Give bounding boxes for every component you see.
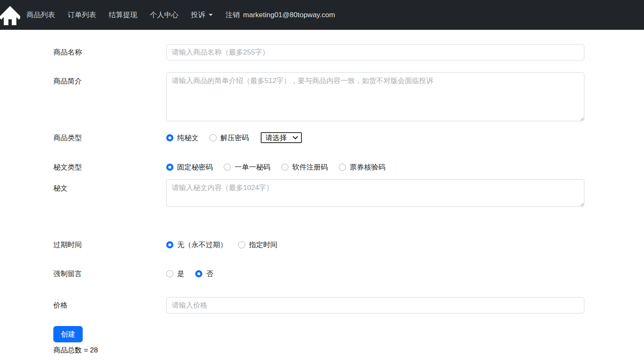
navbar: 商品列表 订单列表 结算提现 个人中心 投诉 注销 marketing01@80… <box>0 0 644 30</box>
product-name-label: 商品名称 <box>53 47 166 57</box>
product-category-select[interactable]: 请选择 <box>261 132 302 143</box>
form-footer: 创建 商品总数 = 28 <box>53 326 584 355</box>
nav-item-order-list[interactable]: 订单列表 <box>68 10 96 20</box>
radio-option-label: 无（永不过期） <box>177 240 227 250</box>
force-message-row: 强制留言 是 否 <box>53 268 584 279</box>
product-create-form: 商品名称 商品简介 商品类型 纯秘文 解压密码 请选择 <box>0 30 644 360</box>
price-input[interactable] <box>166 297 584 313</box>
radio-unchecked-icon[interactable] <box>238 241 245 248</box>
radio-option-fixed-secret-code[interactable]: 固定秘密码 <box>166 162 213 172</box>
radio-unchecked-icon[interactable] <box>224 164 231 171</box>
price-label: 价格 <box>53 300 166 310</box>
nav-links: 商品列表 订单列表 结算提现 个人中心 投诉 注销 <box>26 10 252 20</box>
radio-checked-icon[interactable] <box>166 241 173 248</box>
secret-type-label: 秘文类型 <box>53 162 166 172</box>
nav-item-settlement-withdraw[interactable]: 结算提现 <box>109 10 137 20</box>
secret-type-row: 秘文类型 固定秘密码 一单一秘码 软件注册码 票券核验码 <box>53 161 584 173</box>
radio-option-yes[interactable]: 是 <box>166 269 184 279</box>
radio-option-label: 解压密码 <box>220 133 249 143</box>
radio-checked-icon[interactable] <box>166 134 173 141</box>
radio-checked-icon[interactable] <box>166 164 173 171</box>
radio-option-never-expire[interactable]: 无（永不过期） <box>166 240 227 250</box>
chevron-down-icon <box>293 134 298 139</box>
radio-option-label: 票券核验码 <box>350 162 385 172</box>
product-type-row: 商品类型 纯秘文 解压密码 请选择 <box>53 132 584 143</box>
force-message-radio-group: 是 否 <box>166 269 584 279</box>
select-value: 请选择 <box>265 133 287 143</box>
product-type-label: 商品类型 <box>53 133 166 143</box>
radio-checked-icon[interactable] <box>195 270 202 277</box>
radio-unchecked-icon[interactable] <box>339 164 346 171</box>
expire-time-radio-group: 无（永不过期） 指定时间 <box>166 240 584 250</box>
nav-item-label: 个人中心 <box>150 10 178 20</box>
force-message-label: 强制留言 <box>53 269 166 279</box>
home-icon <box>0 5 20 26</box>
radio-option-label: 指定时间 <box>249 240 277 250</box>
radio-option-label: 纯秘文 <box>177 133 199 143</box>
product-name-row: 商品名称 <box>53 44 584 60</box>
radio-option-no[interactable]: 否 <box>195 269 213 279</box>
nav-item-label: 注销 <box>225 10 240 20</box>
product-type-radio-group: 纯秘文 解压密码 请选择 <box>166 132 584 143</box>
expire-time-row: 过期时间 无（永不过期） 指定时间 <box>53 239 584 250</box>
radio-unchecked-icon[interactable] <box>281 164 288 171</box>
secret-content-row: 秘文 <box>53 179 584 207</box>
navbar-user-email: marketing01@80topway.com <box>243 11 335 19</box>
radio-option-one-order-one-code[interactable]: 一单一秘码 <box>224 162 270 172</box>
caret-down-icon <box>209 14 213 16</box>
expire-time-label: 过期时间 <box>53 240 166 250</box>
radio-option-label: 固定秘密码 <box>177 162 213 172</box>
nav-item-label: 订单列表 <box>68 10 96 20</box>
create-button[interactable]: 创建 <box>53 326 83 342</box>
nav-item-complaint-dropdown[interactable]: 投诉 <box>191 10 213 20</box>
radio-option-pure-secret[interactable]: 纯秘文 <box>166 133 199 143</box>
home-button[interactable] <box>0 5 20 27</box>
radio-option-label: 一单一秘码 <box>235 162 270 172</box>
nav-item-label: 商品列表 <box>26 10 55 20</box>
radio-option-unzip-password[interactable]: 解压密码 <box>209 133 249 143</box>
price-row: 价格 <box>53 297 584 313</box>
nav-item-product-list[interactable]: 商品列表 <box>26 10 55 20</box>
radio-option-specified-time[interactable]: 指定时间 <box>238 240 277 250</box>
radio-option-label: 否 <box>206 269 213 279</box>
secret-content-label: 秘文 <box>53 179 166 193</box>
radio-option-label: 是 <box>177 269 184 279</box>
radio-option-software-license-code[interactable]: 软件注册码 <box>281 162 328 172</box>
product-total-count: 商品总数 = 28 <box>53 345 584 355</box>
secret-content-textarea[interactable] <box>166 179 584 207</box>
nav-item-label: 投诉 <box>191 10 205 20</box>
radio-option-ticket-verify-code[interactable]: 票券核验码 <box>339 162 385 172</box>
product-intro-row: 商品简介 <box>53 72 584 121</box>
product-intro-textarea[interactable] <box>166 72 584 121</box>
product-name-input[interactable] <box>166 44 584 60</box>
radio-option-label: 软件注册码 <box>292 162 328 172</box>
product-intro-label: 商品简介 <box>53 72 166 86</box>
radio-unchecked-icon[interactable] <box>209 134 217 141</box>
nav-item-logout[interactable]: 注销 <box>225 10 240 20</box>
radio-unchecked-icon[interactable] <box>166 270 173 277</box>
nav-item-personal-center[interactable]: 个人中心 <box>150 10 178 20</box>
nav-item-label: 结算提现 <box>109 10 137 20</box>
secret-type-radio-group: 固定秘密码 一单一秘码 软件注册码 票券核验码 <box>166 162 584 172</box>
